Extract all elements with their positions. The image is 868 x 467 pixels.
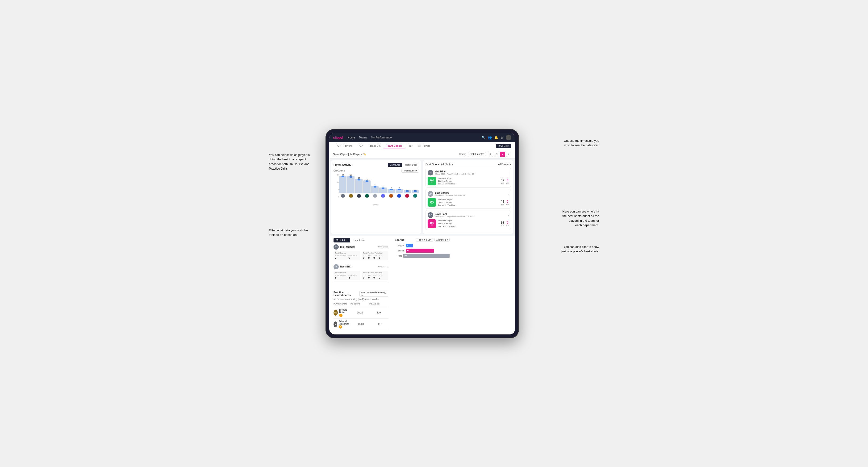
on-course-toggle[interactable]: On Course	[388, 163, 402, 167]
active-stats-mcharg: Total Rounds Tournament 7 Practice 6	[334, 251, 388, 260]
grid-view-icon[interactable]: ⊞	[488, 152, 493, 157]
annotation-top-right: Choose the timescale you wish to see the…	[564, 138, 599, 148]
best-shots-card: Best Shots All Shots ▾ All Players ▾	[423, 160, 513, 234]
chevron-down-icon: ▾	[385, 292, 386, 295]
time-filter[interactable]: Last 3 months	[468, 152, 486, 156]
bar-value-label: 2	[407, 188, 408, 190]
bar-highlight	[349, 176, 352, 178]
all-players-filter[interactable]: All Players ▾	[498, 163, 511, 165]
bar-avatar	[365, 194, 369, 198]
shot-player-detail-ford: 24 Aug 2023 · Royal North Devon GC · Hol…	[435, 215, 506, 217]
pars-row: Pars 499	[395, 254, 450, 258]
eagles-row: Eagles 3	[395, 244, 450, 247]
player-activity-title: Player Activity	[334, 163, 351, 166]
nav-teams[interactable]: Teams	[359, 136, 367, 139]
menu-view-icon[interactable]: ≡	[506, 152, 512, 157]
shot-player-name-mcharg: Blair McHarg	[435, 191, 506, 194]
practice-activities-row2: GTT 0 APP 0 ARG 0	[363, 275, 387, 279]
practice-drills-toggle[interactable]: Practice Drills	[402, 163, 418, 167]
bar	[388, 189, 395, 193]
tab-pgat-players[interactable]: PGAT Players	[333, 143, 355, 149]
bar-highlight	[374, 186, 376, 187]
bar	[412, 190, 419, 193]
bar-value-label: 3	[399, 187, 400, 189]
practice-lb-card: Practice Leaderboards PUTT Must Make Put…	[331, 288, 391, 333]
player-activity-header: Player Activity On Course Practice Drill…	[334, 163, 419, 167]
y-label-0: 0	[338, 196, 339, 198]
tab-pga[interactable]: PGA	[355, 143, 366, 149]
top-nav: clippd Home Teams My Performance 🔍 👥 🔔 ⊕…	[329, 133, 515, 142]
add-team-button[interactable]: Add Team	[496, 144, 512, 148]
par-filter[interactable]: Par 3, 4 & 5s ▾	[416, 238, 433, 242]
bar-group: 12	[347, 174, 354, 198]
shot-stat2-ford: 0 yds	[506, 221, 509, 226]
edit-icon[interactable]: ✏️	[363, 153, 366, 155]
practice-filter-dropdown[interactable]: PUTT Must Make Putting ... ▾	[360, 290, 388, 297]
avatar[interactable]: U	[506, 135, 512, 140]
tab-tour[interactable]: Tour	[404, 143, 415, 149]
least-active-tab[interactable]: Least Active	[350, 238, 368, 243]
search-icon[interactable]: 🔍	[482, 135, 486, 139]
tab-hcaps[interactable]: Hcaps 1-5	[366, 143, 383, 149]
bar-value-label: 4	[382, 186, 383, 187]
scoring-card: Scoring Par 3, 4 & 5s ▾ All Players ▾	[393, 236, 452, 286]
active-date-mcharg: 26 Aug 2023	[378, 246, 388, 248]
bar-avatar	[397, 194, 401, 198]
shot-details: 200 SG Shot Dist: 67 yds Start Lie: Roug…	[428, 177, 509, 185]
users-icon[interactable]: 👥	[488, 135, 492, 139]
bar-avatar	[413, 194, 417, 198]
birdies-val: 96	[407, 250, 409, 252]
shot-badge-miller: 200 SG	[428, 177, 436, 185]
chevron-right-icon[interactable]: ›	[507, 192, 509, 196]
tab-team-clippd[interactable]: Team Clippd	[383, 143, 404, 149]
bar-highlight	[390, 189, 393, 190]
bar-avatar	[405, 194, 409, 198]
lb-table-header: PLAYER NAME PB SCORE PB AVG SQ	[334, 302, 388, 306]
heart-view-icon[interactable]: ♥	[500, 152, 505, 157]
lb-rank-butler: 1	[339, 314, 342, 317]
shot-player-info-mcharg: Blair McHarg 23 Jul 2023 · Ashridge GC ·…	[435, 191, 506, 196]
practice-header: Practice Leaderboards PUTT Must Make Put…	[334, 290, 388, 297]
active-player-name-britt: Rees Britt	[340, 266, 351, 268]
all-players-scoring-filter[interactable]: All Players ▾	[434, 238, 450, 242]
all-shots-tab[interactable]: All Shots ▾	[441, 163, 453, 166]
gtt-label: GTT	[363, 255, 366, 256]
bar-value-label: 10	[358, 177, 360, 179]
player-activity-card: Player Activity On Course Practice Drill…	[331, 160, 421, 234]
bell-icon[interactable]: 🔔	[494, 135, 498, 139]
list-view-icon[interactable]: ⊟	[494, 152, 499, 157]
app-label: APP	[368, 255, 371, 256]
best-shots-tab[interactable]: Best Shots	[426, 163, 439, 165]
chevron-right-icon[interactable]: ›	[507, 171, 509, 175]
nav-home[interactable]: Home	[347, 136, 355, 139]
shot-badge-mcharg: 200 SG	[428, 198, 436, 207]
scoring-title: Scoring	[395, 239, 404, 241]
plus-circle-icon[interactable]: ⊕	[500, 135, 503, 139]
bar-group: 10	[355, 174, 363, 198]
gtt-col2: GTT 0	[363, 275, 366, 279]
total-practice-label: Total Practice Activities	[363, 252, 387, 254]
bar-value-label: 2	[415, 188, 415, 190]
tab-all-players[interactable]: All Players	[415, 143, 433, 149]
annotation-bottom-left: Filter what data you wish the table to b…	[269, 228, 308, 237]
bar-group: 9	[363, 174, 371, 198]
shot-stat2-miller: 0 yds	[506, 178, 509, 184]
practice-subtitle: PUTT Must Make Putting (3-6 ft), Last 3 …	[334, 298, 388, 301]
shot-avatar-ford: DF	[428, 212, 433, 218]
chart-filter-dropdown[interactable]: Total Rounds ▾	[401, 169, 419, 173]
most-active-tab[interactable]: Most Active	[334, 238, 350, 243]
gtt-col: GTT 0	[363, 255, 366, 259]
bar-group: 2	[404, 174, 411, 198]
practice-title: Practice Leaderboards	[334, 291, 360, 297]
putt-label: PUTT	[379, 255, 383, 256]
shots-header: Best Shots All Shots ▾ All Players ▾	[426, 163, 511, 166]
total-practice-label2: Total Practice Activities	[363, 272, 387, 274]
lb-player-butler: RB Richard Butler 1	[334, 309, 350, 317]
chevron-right-icon[interactable]: ›	[507, 213, 509, 217]
lb-score-crossman: 18/20	[351, 323, 370, 325]
bar	[396, 189, 403, 193]
shot-text-ford: Shot Dist: 16 yds Start Lie: Rough End L…	[438, 219, 499, 228]
nav-my-performance[interactable]: My Performance	[371, 136, 392, 139]
active-player-header-britt: RB Rees Britt 02 Sep 2023	[334, 264, 388, 269]
bar-value-label: 9	[367, 179, 368, 180]
